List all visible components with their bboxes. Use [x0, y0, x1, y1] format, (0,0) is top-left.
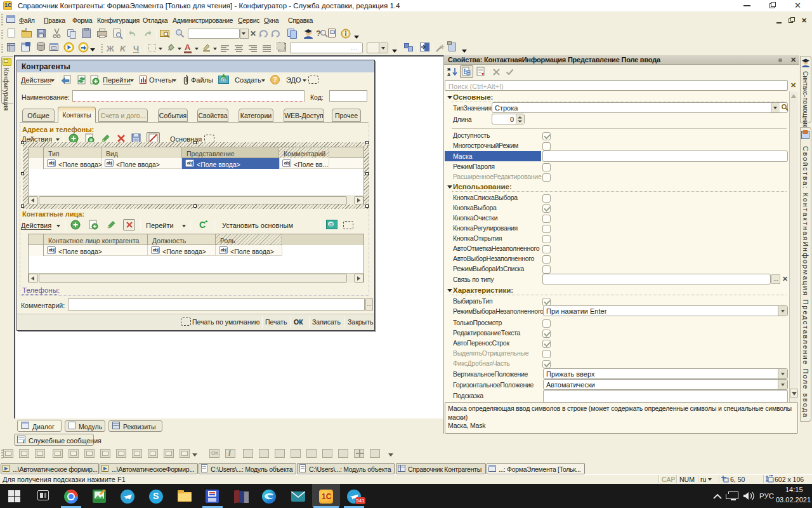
svg-text:?: ?	[273, 76, 277, 83]
svg-text:А: А	[447, 72, 450, 77]
svg-text:Я: Я	[447, 67, 450, 72]
